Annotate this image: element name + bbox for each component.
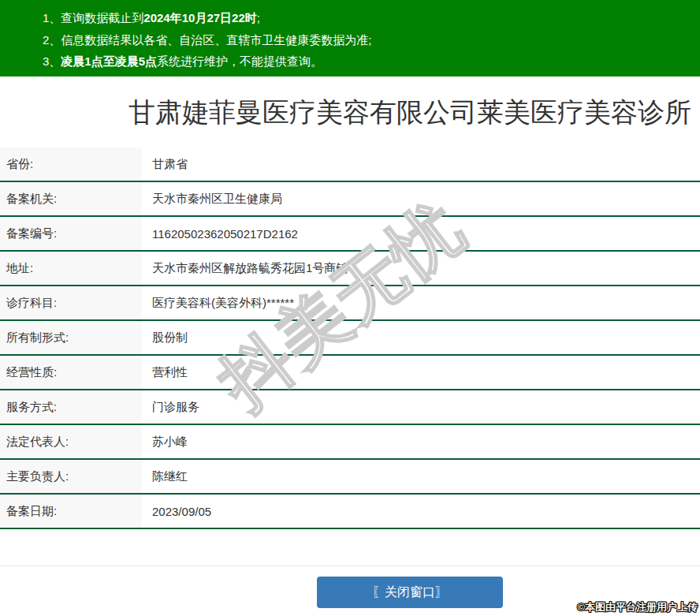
row-value: 门诊服务 — [142, 390, 700, 424]
row-label: 服务方式: — [0, 390, 142, 424]
notice-text: 3、 — [43, 54, 61, 68]
row-value: 天水市秦州区解放路毓秀花园1号商铺 — [142, 252, 700, 285]
notice-text: 1、查询数据截止到 — [43, 11, 143, 24]
notice-bold-text: 2024年10月27日22时 — [143, 11, 256, 24]
notice-bar: 1、查询数据截止到2024年10月27日22时; 2、信息数据结果以各省、自治区… — [0, 0, 700, 77]
table-row: 地址: 天水市秦州区解放路毓秀花园1号商铺 — [0, 252, 700, 286]
record-info-table: 省份: 甘肃省 备案机关: 天水市秦州区卫生健康局 备案编号: 11620502… — [0, 147, 700, 529]
row-label: 备案机关: — [0, 182, 142, 215]
row-label: 主要负责人: — [0, 460, 142, 493]
table-row: 省份: 甘肃省 — [0, 147, 700, 182]
row-value: 2023/09/05 — [142, 495, 700, 528]
notice-text: 系统进行维护，不能提供查询。 — [157, 54, 322, 68]
notice-text: 2、信息数据结果以各省、自治区、直辖市卫生健康委数据为准; — [43, 33, 372, 47]
notice-line: 2、信息数据结果以各省、自治区、直辖市卫生健康委数据为准; — [43, 29, 700, 51]
table-row: 备案日期: 2023/09/05 — [0, 495, 700, 529]
table-row: 备案编号: 11620502362050217D2162 — [0, 217, 700, 252]
table-row: 备案机关: 天水市秦州区卫生健康局 — [0, 182, 700, 217]
notice-text: ; — [257, 11, 260, 24]
table-row: 经营性质: 营利性 — [0, 356, 700, 390]
row-value: 陈继红 — [142, 460, 700, 493]
bottom-divider — [0, 566, 700, 566]
table-row: 法定代表人: 苏小峰 — [0, 425, 700, 460]
row-value: 股份制 — [142, 321, 700, 354]
row-label: 备案日期: — [0, 495, 142, 528]
table-row: 所有制形式: 股份制 — [0, 321, 700, 356]
notice-bold-text: 凌晨1点至凌晨5点 — [61, 54, 157, 68]
page-container: 1、查询数据截止到2024年10月27日22时; 2、信息数据结果以各省、自治区… — [0, 0, 700, 608]
row-label: 经营性质: — [0, 356, 142, 389]
row-label: 法定代表人: — [0, 425, 142, 458]
close-window-button[interactable]: 〖关闭窗口〗 — [317, 577, 503, 608]
row-value: 医疗美容科(美容外科)****** — [142, 286, 700, 319]
notice-line: 1、查询数据截止到2024年10月27日22时; — [43, 7, 700, 29]
row-label: 省份: — [0, 147, 142, 181]
upload-copyright-stamp: ©本图由平台注册用户上传 — [577, 600, 698, 614]
table-row: 主要负责人: 陈继红 — [0, 460, 700, 495]
row-value: 甘肃省 — [142, 147, 700, 181]
row-value: 天水市秦州区卫生健康局 — [142, 182, 700, 215]
table-row: 诊疗科目: 医疗美容科(美容外科)****** — [0, 286, 700, 321]
row-value: 营利性 — [142, 356, 700, 389]
row-label: 地址: — [0, 252, 142, 285]
row-value: 苏小峰 — [142, 425, 700, 458]
row-label: 所有制形式: — [0, 321, 142, 354]
row-label: 诊疗科目: — [0, 286, 142, 319]
row-value: 11620502362050217D2162 — [142, 217, 700, 250]
row-label: 备案编号: — [0, 217, 142, 250]
table-row: 服务方式: 门诊服务 — [0, 390, 700, 425]
page-title: 甘肃婕菲曼医疗美容有限公司莱美医疗美容诊所 — [0, 77, 700, 147]
notice-line: 3、凌晨1点至凌晨5点系统进行维护，不能提供查询。 — [43, 50, 700, 73]
